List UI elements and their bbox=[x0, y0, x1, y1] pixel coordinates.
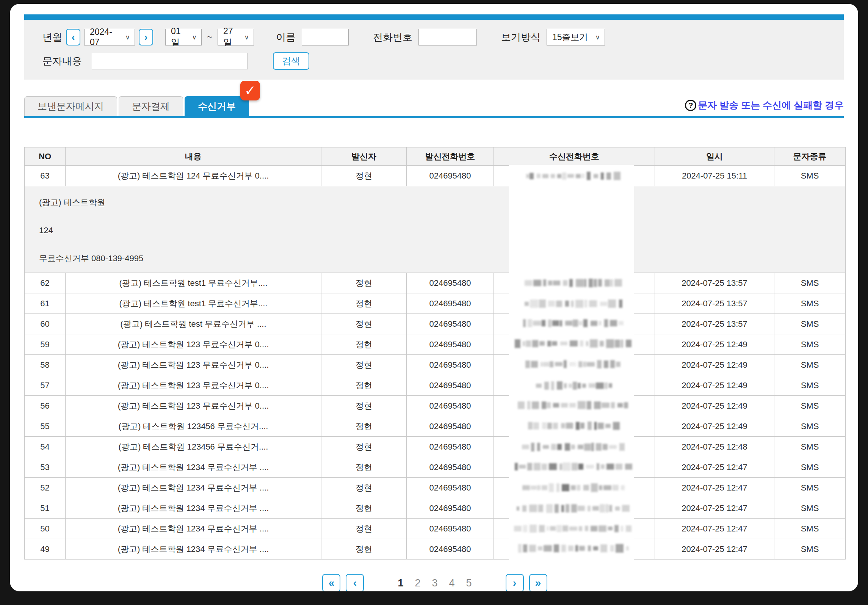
table-row[interactable]: 53(광고) 테스트학원 1234 무료수신거부 ....정현024695480… bbox=[25, 457, 846, 478]
cell-no: 52 bbox=[25, 478, 66, 498]
expanded-message-row: (광고) 테스트학원124무료수신거부 080-139-4995 bbox=[25, 186, 846, 273]
page-number-5[interactable]: 5 bbox=[466, 577, 472, 589]
page-number-4[interactable]: 4 bbox=[449, 577, 455, 589]
view-mode-label: 보기방식 bbox=[501, 31, 541, 44]
cell-receiver bbox=[494, 498, 655, 519]
table-row[interactable]: 50(광고) 테스트학원 1234 무료수신거부 ....정현024695480… bbox=[25, 519, 846, 539]
cell-datetime: 2024-07-25 12:47 bbox=[655, 519, 774, 539]
receiver-phone-blurred bbox=[522, 483, 626, 493]
table-row[interactable]: 56(광고) 테스트학원 123 무료수신거부 0....정현024695480… bbox=[25, 396, 846, 416]
prev-page-button[interactable]: ‹ bbox=[346, 574, 364, 591]
cell-sender: 정현 bbox=[321, 166, 407, 186]
table-row[interactable]: 49(광고) 테스트학원 1234 무료수신거부 ....정현024695480… bbox=[25, 539, 846, 560]
table-row[interactable]: 55(광고) 테스트학원 123456 무료수신거....정현024695480… bbox=[25, 416, 846, 437]
content-input[interactable] bbox=[92, 53, 248, 69]
cell-receiver bbox=[494, 539, 655, 560]
receiver-phone-blurred bbox=[514, 523, 634, 533]
name-input[interactable] bbox=[302, 29, 349, 45]
cell-sender: 정현 bbox=[321, 314, 407, 334]
cell-sender-phone: 024695480 bbox=[407, 416, 494, 437]
col-content: 내용 bbox=[66, 147, 321, 166]
tab-sent-messages[interactable]: 보낸문자메시지 bbox=[24, 96, 117, 116]
first-page-button[interactable]: « bbox=[322, 574, 340, 591]
cell-no: 55 bbox=[25, 416, 66, 437]
cell-content: (광고) 테스트학원 1234 무료수신거부 .... bbox=[66, 478, 321, 498]
range-tilde: ~ bbox=[207, 32, 212, 42]
cell-no: 50 bbox=[25, 519, 66, 539]
prev-month-button[interactable]: ‹ bbox=[66, 29, 80, 45]
page-number-2[interactable]: 2 bbox=[415, 577, 420, 589]
cell-type: SMS bbox=[774, 416, 846, 437]
page-numbers: 12345 bbox=[392, 577, 477, 589]
cell-type: SMS bbox=[774, 478, 846, 498]
table-row[interactable]: 63(광고) 테스트학원 124 무료수신거부 0....정현024695480… bbox=[25, 166, 846, 186]
cell-datetime: 2024-07-25 12:49 bbox=[655, 375, 774, 396]
phone-input[interactable] bbox=[418, 29, 477, 45]
cell-type: SMS bbox=[774, 498, 846, 519]
cell-no: 59 bbox=[25, 334, 66, 355]
table-row[interactable]: 51(광고) 테스트학원 1234 무료수신거부 ....정현024695480… bbox=[25, 498, 846, 519]
cell-datetime: 2024-07-25 13:57 bbox=[655, 293, 774, 314]
search-button[interactable]: 검색 bbox=[273, 52, 309, 70]
day-to-select[interactable]: 27일 ∨ bbox=[218, 29, 254, 45]
yearmonth-select[interactable]: 2024-07 ∨ bbox=[84, 29, 135, 45]
table-row[interactable]: 52(광고) 테스트학원 1234 무료수신거부 ....정현024695480… bbox=[25, 478, 846, 498]
table-row[interactable]: 62(광고) 테스트학원 test1 무료수신거부....정현024695480… bbox=[25, 273, 846, 293]
chevron-down-icon: ∨ bbox=[240, 33, 249, 41]
cell-sender: 정현 bbox=[321, 293, 407, 314]
table-row[interactable]: 60(광고) 테스트학원 test 무료수신거부 ....정현024695480… bbox=[25, 314, 846, 334]
cell-sender-phone: 024695480 bbox=[407, 498, 494, 519]
cell-datetime: 2024-07-25 12:49 bbox=[655, 334, 774, 355]
day-from-select[interactable]: 01일 ∨ bbox=[165, 29, 202, 45]
next-page-button[interactable]: › bbox=[506, 574, 524, 591]
cell-sender: 정현 bbox=[321, 334, 407, 355]
cell-receiver bbox=[494, 314, 655, 334]
next-month-button[interactable]: › bbox=[139, 29, 153, 45]
cell-type: SMS bbox=[774, 334, 846, 355]
cell-receiver bbox=[494, 293, 655, 314]
cell-no: 61 bbox=[25, 293, 66, 314]
filter-row-1: 년월 ‹ 2024-07 ∨ › 01일 ∨ ~ 27일 ∨ 이름 전화번 bbox=[42, 29, 844, 45]
tab-block-list-label: 수신거부 bbox=[198, 101, 236, 111]
last-page-button[interactable]: » bbox=[529, 574, 547, 591]
cell-type: SMS bbox=[774, 457, 846, 478]
check-badge: ✓ bbox=[240, 81, 260, 100]
first-page-icon: « bbox=[329, 577, 335, 589]
col-sender-phone: 발신전화번호 bbox=[407, 147, 494, 166]
cell-content: (광고) 테스트학원 1234 무료수신거부 .... bbox=[66, 519, 321, 539]
cell-datetime: 2024-07-25 12:49 bbox=[655, 416, 774, 437]
table-row[interactable]: 57(광고) 테스트학원 123 무료수신거부 0....정현024695480… bbox=[25, 375, 846, 396]
cell-no: 54 bbox=[25, 437, 66, 457]
cell-content: (광고) 테스트학원 123 무료수신거부 0.... bbox=[66, 396, 321, 416]
receiver-phone-blurred bbox=[517, 503, 631, 513]
cell-sender: 정현 bbox=[321, 416, 407, 437]
cell-type: SMS bbox=[774, 437, 846, 457]
page-number-1[interactable]: 1 bbox=[398, 577, 403, 589]
table-row[interactable]: 59(광고) 테스트학원 123 무료수신거부 0....정현024695480… bbox=[25, 334, 846, 355]
cell-sender: 정현 bbox=[321, 498, 407, 519]
table-row[interactable]: 61(광고) 테스트학원 test1 무료수신거부....정현024695480… bbox=[25, 293, 846, 314]
cell-no: 63 bbox=[25, 166, 66, 186]
cell-receiver bbox=[494, 396, 655, 416]
receiver-phone-blurred bbox=[515, 339, 634, 348]
cell-sender-phone: 024695480 bbox=[407, 293, 494, 314]
pagination: « ‹ 12345 › » bbox=[24, 574, 845, 591]
cell-datetime: 2024-07-25 12:47 bbox=[655, 457, 774, 478]
help-link[interactable]: ? 문자 발송 또는 수신에 실패할 경우 bbox=[685, 99, 844, 111]
cell-no: 53 bbox=[25, 457, 66, 478]
cell-sender-phone: 024695480 bbox=[407, 539, 494, 560]
tab-message-payment[interactable]: 문자결제 bbox=[119, 96, 183, 116]
tab-block-list[interactable]: 수신거부 ✓ bbox=[185, 96, 249, 116]
cell-receiver bbox=[494, 355, 655, 375]
cell-datetime: 2024-07-25 12:47 bbox=[655, 478, 774, 498]
cell-content: (광고) 테스트학원 123 무료수신거부 0.... bbox=[66, 334, 321, 355]
cell-sender-phone: 024695480 bbox=[407, 166, 494, 186]
cell-type: SMS bbox=[774, 355, 846, 375]
page-number-3[interactable]: 3 bbox=[432, 577, 437, 589]
table-row[interactable]: 54(광고) 테스트학원 123456 무료수신거....정현024695480… bbox=[25, 437, 846, 457]
message-table: NO 내용 발신자 발신전화번호 수신전화번호 일시 문자종류 63(광고) 테… bbox=[24, 147, 846, 560]
view-mode-value: 15줄보기 bbox=[552, 31, 588, 43]
table-row[interactable]: 58(광고) 테스트학원 123 무료수신거부 0....정현024695480… bbox=[25, 355, 846, 375]
cell-type: SMS bbox=[774, 293, 846, 314]
view-mode-select[interactable]: 15줄보기 ∨ bbox=[547, 29, 605, 45]
